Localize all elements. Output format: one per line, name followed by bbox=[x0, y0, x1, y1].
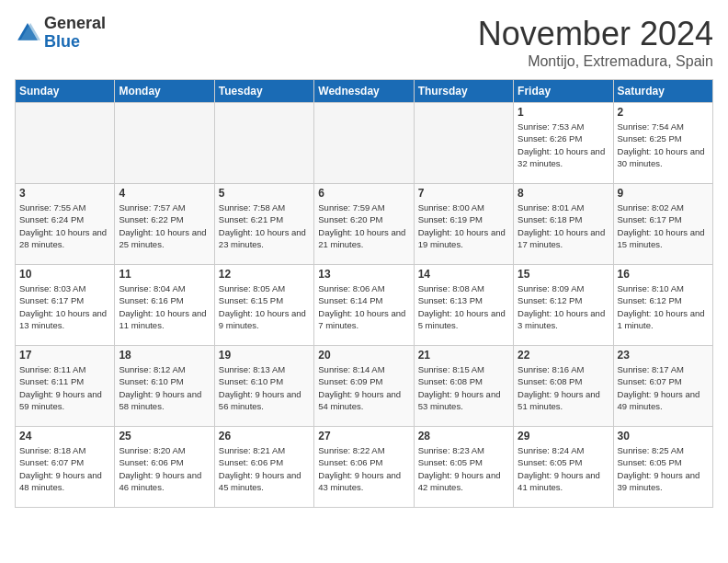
location-title: Montijo, Extremadura, Spain bbox=[478, 53, 713, 70]
logo-blue: Blue bbox=[44, 32, 80, 51]
day-info: Sunrise: 8:03 AMSunset: 6:17 PMDaylight:… bbox=[19, 282, 110, 331]
day-info: Sunrise: 8:01 AMSunset: 6:18 PMDaylight:… bbox=[518, 201, 609, 250]
calendar-day-cell: 12Sunrise: 8:05 AMSunset: 6:15 PMDayligh… bbox=[214, 265, 313, 346]
day-info: Sunrise: 8:17 AMSunset: 6:07 PMDaylight:… bbox=[618, 363, 709, 412]
day-info: Sunrise: 8:18 AMSunset: 6:07 PMDaylight:… bbox=[19, 444, 110, 493]
logo-text: General Blue bbox=[44, 15, 106, 52]
calendar-day-cell: 10Sunrise: 8:03 AMSunset: 6:17 PMDayligh… bbox=[16, 265, 115, 346]
logo-icon bbox=[15, 20, 40, 46]
day-number: 22 bbox=[518, 349, 609, 362]
day-info: Sunrise: 8:06 AMSunset: 6:14 PMDaylight:… bbox=[318, 282, 409, 331]
logo: General Blue bbox=[15, 15, 106, 52]
day-number: 25 bbox=[119, 430, 210, 442]
day-number: 27 bbox=[318, 430, 409, 442]
day-number: 17 bbox=[19, 349, 110, 362]
day-info: Sunrise: 8:23 AMSunset: 6:05 PMDaylight:… bbox=[418, 444, 509, 493]
calendar-day-cell: 2Sunrise: 7:54 AMSunset: 6:25 PMDaylight… bbox=[613, 103, 712, 184]
day-number: 12 bbox=[219, 268, 310, 281]
calendar-day-cell: 4Sunrise: 7:57 AMSunset: 6:22 PMDaylight… bbox=[115, 184, 214, 265]
day-number: 11 bbox=[119, 268, 210, 281]
day-info: Sunrise: 8:14 AMSunset: 6:09 PMDaylight:… bbox=[318, 363, 409, 412]
calendar-day-cell: 13Sunrise: 8:06 AMSunset: 6:14 PMDayligh… bbox=[314, 265, 414, 346]
day-info: Sunrise: 8:08 AMSunset: 6:13 PMDaylight:… bbox=[418, 282, 509, 331]
calendar-day-cell bbox=[314, 103, 414, 184]
calendar-day-cell: 3Sunrise: 7:55 AMSunset: 6:24 PMDaylight… bbox=[16, 184, 115, 265]
calendar-day-cell bbox=[16, 103, 115, 184]
calendar-day-cell: 17Sunrise: 8:11 AMSunset: 6:11 PMDayligh… bbox=[16, 346, 115, 427]
calendar-day-cell: 6Sunrise: 7:59 AMSunset: 6:20 PMDaylight… bbox=[314, 184, 414, 265]
day-info: Sunrise: 8:21 AMSunset: 6:06 PMDaylight:… bbox=[219, 444, 310, 493]
day-info: Sunrise: 7:59 AMSunset: 6:20 PMDaylight:… bbox=[318, 201, 409, 250]
day-number: 4 bbox=[119, 187, 210, 200]
calendar-day-cell: 8Sunrise: 8:01 AMSunset: 6:18 PMDaylight… bbox=[514, 184, 613, 265]
calendar-day-cell: 18Sunrise: 8:12 AMSunset: 6:10 PMDayligh… bbox=[115, 346, 214, 427]
day-info: Sunrise: 8:22 AMSunset: 6:06 PMDaylight:… bbox=[318, 444, 409, 493]
calendar-day-cell: 19Sunrise: 8:13 AMSunset: 6:10 PMDayligh… bbox=[214, 346, 313, 427]
day-number: 23 bbox=[618, 349, 709, 362]
day-info: Sunrise: 8:02 AMSunset: 6:17 PMDaylight:… bbox=[618, 201, 709, 250]
day-info: Sunrise: 8:10 AMSunset: 6:12 PMDaylight:… bbox=[618, 282, 709, 331]
calendar-day-cell: 21Sunrise: 8:15 AMSunset: 6:08 PMDayligh… bbox=[414, 346, 513, 427]
day-info: Sunrise: 8:13 AMSunset: 6:10 PMDaylight:… bbox=[219, 363, 310, 412]
day-number: 16 bbox=[618, 268, 709, 281]
calendar-day-cell: 11Sunrise: 8:04 AMSunset: 6:16 PMDayligh… bbox=[115, 265, 214, 346]
day-number: 3 bbox=[19, 187, 110, 200]
day-info: Sunrise: 8:25 AMSunset: 6:05 PMDaylight:… bbox=[618, 444, 709, 493]
day-number: 6 bbox=[318, 187, 409, 200]
day-info: Sunrise: 8:16 AMSunset: 6:08 PMDaylight:… bbox=[518, 363, 609, 412]
calendar-week-row: 17Sunrise: 8:11 AMSunset: 6:11 PMDayligh… bbox=[16, 346, 713, 427]
day-info: Sunrise: 8:20 AMSunset: 6:06 PMDaylight:… bbox=[119, 444, 210, 493]
calendar-day-cell: 27Sunrise: 8:22 AMSunset: 6:06 PMDayligh… bbox=[314, 427, 414, 508]
calendar-day-cell bbox=[414, 103, 513, 184]
day-number: 9 bbox=[618, 187, 709, 200]
calendar-header-row: SundayMondayTuesdayWednesdayThursdayFrid… bbox=[16, 80, 713, 103]
day-info: Sunrise: 7:57 AMSunset: 6:22 PMDaylight:… bbox=[119, 201, 210, 250]
day-number: 28 bbox=[418, 430, 509, 442]
day-number: 10 bbox=[19, 268, 110, 281]
day-info: Sunrise: 8:11 AMSunset: 6:11 PMDaylight:… bbox=[19, 363, 110, 412]
day-number: 5 bbox=[219, 187, 310, 200]
day-info: Sunrise: 8:00 AMSunset: 6:19 PMDaylight:… bbox=[418, 201, 509, 250]
day-info: Sunrise: 7:55 AMSunset: 6:24 PMDaylight:… bbox=[19, 201, 110, 250]
weekday-header: Tuesday bbox=[214, 80, 313, 103]
calendar-day-cell: 20Sunrise: 8:14 AMSunset: 6:09 PMDayligh… bbox=[314, 346, 414, 427]
day-number: 29 bbox=[518, 430, 609, 442]
day-info: Sunrise: 8:09 AMSunset: 6:12 PMDaylight:… bbox=[518, 282, 609, 331]
calendar-day-cell: 15Sunrise: 8:09 AMSunset: 6:12 PMDayligh… bbox=[514, 265, 613, 346]
calendar-day-cell: 29Sunrise: 8:24 AMSunset: 6:05 PMDayligh… bbox=[514, 427, 613, 508]
day-number: 24 bbox=[19, 430, 110, 442]
weekday-header: Friday bbox=[514, 80, 613, 103]
day-number: 20 bbox=[318, 349, 409, 362]
weekday-header: Monday bbox=[115, 80, 214, 103]
day-number: 18 bbox=[119, 349, 210, 362]
calendar-day-cell: 5Sunrise: 7:58 AMSunset: 6:21 PMDaylight… bbox=[214, 184, 313, 265]
calendar-day-cell: 26Sunrise: 8:21 AMSunset: 6:06 PMDayligh… bbox=[214, 427, 313, 508]
day-number: 2 bbox=[618, 106, 709, 119]
calendar-table: SundayMondayTuesdayWednesdayThursdayFrid… bbox=[15, 79, 713, 508]
day-number: 7 bbox=[418, 187, 509, 200]
calendar-day-cell: 1Sunrise: 7:53 AMSunset: 6:26 PMDaylight… bbox=[514, 103, 613, 184]
page-header: General Blue November 2024 Montijo, Extr… bbox=[15, 15, 713, 70]
day-info: Sunrise: 7:54 AMSunset: 6:25 PMDaylight:… bbox=[618, 121, 709, 169]
calendar-day-cell: 23Sunrise: 8:17 AMSunset: 6:07 PMDayligh… bbox=[613, 346, 712, 427]
calendar-day-cell bbox=[214, 103, 313, 184]
calendar-day-cell: 30Sunrise: 8:25 AMSunset: 6:05 PMDayligh… bbox=[613, 427, 712, 508]
day-number: 8 bbox=[518, 187, 609, 200]
calendar-day-cell: 22Sunrise: 8:16 AMSunset: 6:08 PMDayligh… bbox=[514, 346, 613, 427]
day-number: 15 bbox=[518, 268, 609, 281]
calendar-week-row: 10Sunrise: 8:03 AMSunset: 6:17 PMDayligh… bbox=[16, 265, 713, 346]
day-info: Sunrise: 8:05 AMSunset: 6:15 PMDaylight:… bbox=[219, 282, 310, 331]
calendar-day-cell: 24Sunrise: 8:18 AMSunset: 6:07 PMDayligh… bbox=[16, 427, 115, 508]
day-number: 1 bbox=[518, 106, 609, 119]
month-title: November 2024 bbox=[478, 15, 713, 53]
calendar-day-cell: 7Sunrise: 8:00 AMSunset: 6:19 PMDaylight… bbox=[414, 184, 513, 265]
day-info: Sunrise: 8:04 AMSunset: 6:16 PMDaylight:… bbox=[119, 282, 210, 331]
calendar-day-cell: 25Sunrise: 8:20 AMSunset: 6:06 PMDayligh… bbox=[115, 427, 214, 508]
weekday-header: Thursday bbox=[414, 80, 513, 103]
day-info: Sunrise: 7:58 AMSunset: 6:21 PMDaylight:… bbox=[219, 201, 310, 250]
day-info: Sunrise: 8:24 AMSunset: 6:05 PMDaylight:… bbox=[518, 444, 609, 493]
day-info: Sunrise: 8:12 AMSunset: 6:10 PMDaylight:… bbox=[119, 363, 210, 412]
day-info: Sunrise: 8:15 AMSunset: 6:08 PMDaylight:… bbox=[418, 363, 509, 412]
weekday-header: Wednesday bbox=[314, 80, 414, 103]
day-number: 19 bbox=[219, 349, 310, 362]
